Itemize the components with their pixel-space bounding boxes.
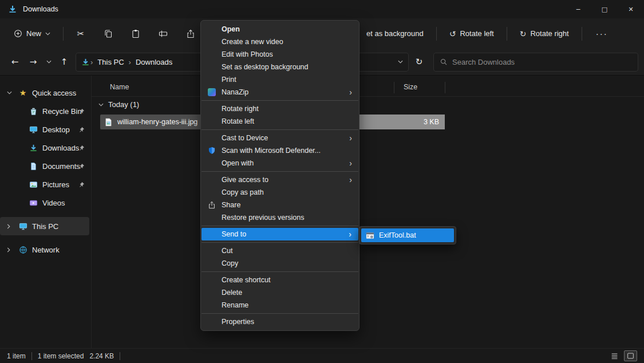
selected-size: 2.24 KB [89, 352, 114, 360]
search-input[interactable] [452, 58, 632, 66]
up-button[interactable]: ↑ [55, 53, 73, 71]
pin-icon [78, 145, 85, 151]
toolbar-separator [582, 27, 582, 41]
sidebar-item-label: Videos [42, 199, 65, 207]
menu-item-copy-as-path[interactable]: Copy as path [201, 186, 359, 199]
paste-icon [131, 29, 140, 38]
nanazip-icon [207, 88, 216, 97]
menu-item-rename[interactable]: Rename [201, 299, 359, 311]
recent-locations-button[interactable] [42, 53, 55, 71]
menu-item-share[interactable]: Share [201, 199, 359, 211]
breadcrumb-this-pc[interactable]: This PC [93, 56, 128, 69]
address-dropdown-button[interactable] [398, 60, 403, 64]
menu-item-nanazip[interactable]: NanaZip › [201, 86, 359, 98]
computer-icon [17, 222, 29, 231]
picture-icon [27, 180, 39, 189]
menu-item-rotate-right[interactable]: Rotate right [201, 102, 359, 115]
sidebar-item-pictures[interactable]: Pictures [0, 175, 89, 194]
menu-item-copy[interactable]: Copy [201, 257, 359, 270]
rename-button[interactable] [153, 23, 173, 44]
column-separator[interactable] [394, 82, 394, 93]
sidebar-item-desktop[interactable]: Desktop [0, 120, 89, 139]
menu-item-rotate-left[interactable]: Rotate left [201, 115, 359, 128]
selected-count: 1 item selected [38, 352, 84, 360]
column-separator[interactable] [445, 82, 445, 93]
pin-icon [78, 127, 85, 133]
sidebar-item-label: Pictures [42, 180, 69, 189]
toolbar-separator [436, 27, 437, 41]
submenu-item-label: ExifTool.bat [379, 231, 416, 239]
minimize-button[interactable]: − [565, 0, 591, 18]
forward-button[interactable]: → [24, 53, 42, 71]
sidebar-item-downloads[interactable]: Downloads [0, 139, 89, 157]
set-as-background-button[interactable]: et as background [361, 25, 429, 42]
details-view-button[interactable] [608, 350, 621, 361]
document-icon [27, 162, 39, 171]
menu-item-scan-with-microsoft-defender[interactable]: Scan with Microsoft Defender... [201, 144, 359, 157]
sidebar-item-documents[interactable]: Documents [0, 157, 89, 175]
chevron-right-icon: › [349, 176, 352, 184]
rotate-left-button[interactable]: ↺ Rotate left [444, 25, 500, 42]
more-options-button[interactable]: ··· [589, 25, 615, 42]
copy-button[interactable] [98, 23, 118, 44]
new-button[interactable]: New [8, 25, 56, 42]
cut-button[interactable]: ✂ [70, 23, 91, 44]
menu-item-restore-previous-versions[interactable]: Restore previous versions [201, 211, 359, 224]
menu-separator [202, 100, 358, 101]
maximize-button[interactable]: □ [591, 0, 618, 18]
file-list-pane: Name Size Today (1) william-henry-gates-… [92, 76, 644, 348]
chevron-right-icon[interactable] [7, 224, 16, 229]
column-header-size[interactable]: Size [404, 83, 417, 91]
menu-item-cast-to-device[interactable]: Cast to Device › [201, 132, 359, 144]
menu-item-set-as-desktop-background[interactable]: Set as desktop background [201, 61, 359, 73]
rotate-left-icon: ↺ [449, 29, 456, 38]
column-headers: Name Size [92, 80, 644, 95]
chevron-down-icon[interactable] [98, 103, 104, 106]
group-label: Today (1) [108, 100, 139, 109]
refresh-button[interactable]: ↻ [410, 53, 428, 71]
navigation-pane: ★ Quick access Recycle Bin Desktop Downl… [0, 76, 92, 348]
menu-item-give-access-to[interactable]: Give access to › [201, 173, 359, 186]
paste-button[interactable] [125, 23, 146, 44]
chevron-right-icon: › [349, 230, 351, 238]
close-button[interactable]: ✕ [618, 0, 644, 18]
group-header-today[interactable]: Today (1) [98, 100, 139, 109]
submenu-item-exiftool-bat[interactable]: ExifTool.bat [361, 228, 454, 242]
chevron-right-icon[interactable] [7, 247, 16, 252]
chevron-down-icon[interactable] [7, 91, 16, 94]
rotate-right-icon: ↻ [520, 29, 527, 38]
search-box[interactable] [433, 53, 638, 72]
menu-item-properties[interactable]: Properties [201, 315, 359, 328]
sidebar-item-videos[interactable]: Videos [0, 194, 89, 212]
menu-item-create-shortcut[interactable]: Create shortcut [201, 274, 359, 286]
share-button[interactable] [180, 23, 201, 44]
status-bar: 1 item 1 item selected 2.24 KB [0, 348, 644, 363]
sidebar-item-recycle-bin[interactable]: Recycle Bin [0, 102, 89, 120]
back-button[interactable]: ← [6, 53, 24, 71]
share-icon [186, 29, 195, 38]
sidebar-item-this-pc[interactable]: This PC [0, 217, 89, 235]
menu-separator [202, 129, 358, 130]
column-header-name[interactable]: Name [110, 83, 129, 91]
status-separator [31, 352, 32, 360]
menu-item-edit-with-photos[interactable]: Edit with Photos [201, 48, 359, 61]
sidebar-item-label: Desktop [42, 125, 70, 134]
status-separator [120, 352, 120, 360]
sidebar-item-quick-access[interactable]: ★ Quick access [0, 84, 89, 102]
plus-icon [14, 29, 22, 38]
breadcrumb-downloads[interactable]: Downloads [132, 56, 176, 69]
command-bar-right: et as background ↺ Rotate left ↻ Rotate … [361, 18, 615, 49]
copy-icon [104, 29, 113, 38]
menu-item-cut[interactable]: Cut [201, 244, 359, 257]
downloads-folder-icon [8, 5, 17, 14]
menu-item-send-to[interactable]: Send to › [202, 228, 358, 240]
thumbnails-view-button[interactable] [624, 350, 637, 361]
sidebar-item-network[interactable]: Network [0, 240, 89, 259]
rotate-right-button[interactable]: ↻ Rotate right [514, 25, 575, 42]
menu-item-open-with[interactable]: Open with › [201, 157, 359, 169]
menu-item-print[interactable]: Print [201, 73, 359, 86]
menu-separator [202, 271, 358, 272]
menu-item-open[interactable]: Open [201, 23, 359, 35]
menu-item-create-a-new-video[interactable]: Create a new video [201, 35, 359, 48]
menu-item-delete[interactable]: Delete [201, 286, 359, 299]
